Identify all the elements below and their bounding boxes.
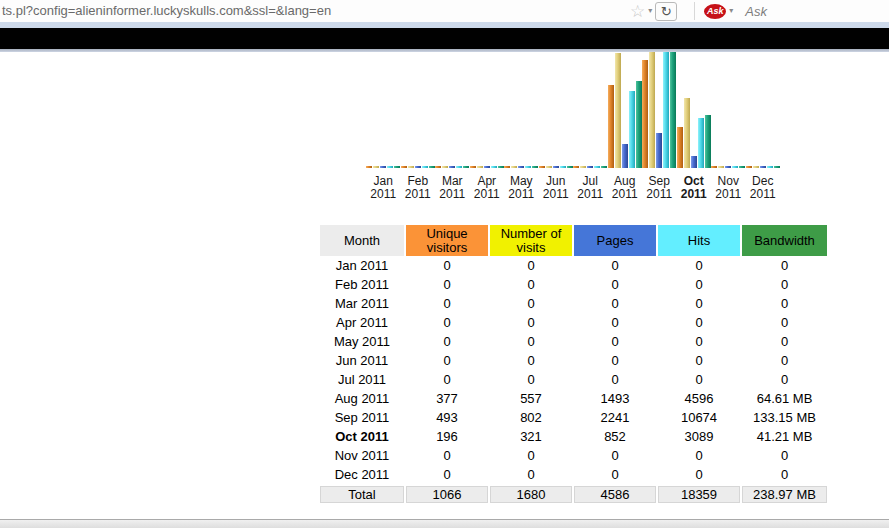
- value-cell: 0: [406, 465, 488, 484]
- black-banner: [0, 28, 889, 49]
- value-cell: 2241: [574, 408, 656, 427]
- favorites-dropdown-icon[interactable]: ▾: [648, 7, 652, 15]
- value-cell: 0: [742, 370, 827, 389]
- bar-group: [366, 52, 400, 168]
- value-cell: 0: [574, 446, 656, 465]
- value-cell: 0: [742, 313, 827, 332]
- bar-unique-visitors: [573, 166, 579, 168]
- value-cell: 0: [406, 446, 488, 465]
- value-cell: 802: [490, 408, 572, 427]
- value-cell: 0: [742, 332, 827, 351]
- value-cell: 1493: [574, 389, 656, 408]
- value-cell: 0: [490, 275, 572, 294]
- total-label-cell: Total: [320, 486, 404, 503]
- chart-month-slot: Sep2011: [642, 52, 677, 201]
- total-value-cell: 238.97 MB: [742, 486, 827, 503]
- value-cell: 0: [406, 370, 488, 389]
- bar-bandwidth-mb-: [601, 166, 607, 168]
- bar-bandwidth-mb-: [739, 166, 745, 168]
- chart-month-slot: Oct2011: [677, 52, 712, 201]
- value-cell: 0: [406, 294, 488, 313]
- column-header-pages: Pages: [574, 225, 656, 256]
- ask-dropdown-icon[interactable]: ▾: [729, 7, 733, 15]
- value-cell: 0: [658, 370, 740, 389]
- bar-unique-visitors: [746, 166, 752, 168]
- favorites-star-icon[interactable]: ☆: [630, 3, 645, 20]
- bar-number-of-visits: [408, 166, 414, 168]
- refresh-button[interactable]: ↻: [655, 2, 677, 21]
- month-cell: Oct 2011: [320, 427, 404, 446]
- bar-hits: [560, 166, 566, 168]
- x-axis-label: May2011: [508, 175, 534, 201]
- bar-group: [608, 52, 642, 168]
- x-axis-label: Mar2011: [439, 175, 465, 201]
- bar-bandwidth-mb-: [463, 166, 469, 168]
- bar-bandwidth-mb-: [532, 166, 538, 168]
- bar-number-of-visits: [477, 166, 483, 168]
- bar-hits: [698, 118, 704, 168]
- bar-group: [573, 52, 607, 168]
- value-cell: 0: [406, 275, 488, 294]
- bar-hits: [456, 166, 462, 168]
- bar-hits: [732, 166, 738, 168]
- url-text[interactable]: ts.pl?config=alieninformer.luckyskulls.c…: [2, 3, 331, 18]
- value-cell: 64.61 MB: [742, 389, 827, 408]
- bar-pages: [587, 166, 593, 168]
- bar-pages: [760, 166, 766, 168]
- x-axis-label: Feb2011: [405, 175, 431, 201]
- value-cell: 0: [406, 313, 488, 332]
- total-value-cell: 1680: [490, 486, 572, 503]
- value-cell: 0: [742, 465, 827, 484]
- chart-month-slot: Jan2011: [366, 52, 401, 201]
- bar-bandwidth-mb-: [636, 81, 642, 168]
- bar-hits: [422, 166, 428, 168]
- value-cell: 0: [742, 256, 827, 275]
- month-cell: Jan 2011: [320, 256, 404, 275]
- value-cell: 0: [742, 351, 827, 370]
- bar-unique-visitors: [677, 127, 683, 168]
- bar-number-of-visits: [649, 52, 655, 168]
- chart-month-slot: Nov2011: [711, 52, 746, 201]
- browser-address-bar: ts.pl?config=alieninformer.luckyskulls.c…: [0, 0, 889, 22]
- bar-pages: [380, 166, 386, 168]
- bar-group: [677, 52, 711, 168]
- value-cell: 0: [658, 332, 740, 351]
- bar-pages: [415, 166, 421, 168]
- value-cell: 0: [406, 332, 488, 351]
- table-header-row: MonthUnique visitorsNumber of visitsPage…: [320, 225, 827, 256]
- ask-search-input[interactable]: Ask: [745, 4, 767, 19]
- value-cell: 377: [406, 389, 488, 408]
- x-axis-label: Oct2011: [681, 175, 707, 201]
- bar-number-of-visits: [546, 166, 552, 168]
- monthly-stats-table: MonthUnique visitorsNumber of visitsPage…: [320, 225, 827, 503]
- value-cell: 0: [574, 294, 656, 313]
- bar-unique-visitors: [366, 166, 372, 168]
- bar-number-of-visits: [718, 166, 724, 168]
- bar-unique-visitors: [539, 166, 545, 168]
- bar-number-of-visits: [615, 53, 621, 168]
- x-axis-label: Apr2011: [474, 175, 500, 201]
- bar-number-of-visits: [684, 98, 690, 168]
- value-cell: 0: [490, 294, 572, 313]
- value-cell: 0: [490, 332, 572, 351]
- value-cell: 4596: [658, 389, 740, 408]
- value-cell: 0: [574, 465, 656, 484]
- value-cell: 493: [406, 408, 488, 427]
- bar-group: [504, 52, 538, 168]
- month-cell: May 2011: [320, 332, 404, 351]
- ask-logo-icon[interactable]: Ask: [704, 4, 726, 19]
- bar-number-of-visits: [580, 166, 586, 168]
- value-cell: 0: [406, 351, 488, 370]
- value-cell: 0: [574, 256, 656, 275]
- bar-group: [746, 52, 780, 168]
- month-cell: Sep 2011: [320, 408, 404, 427]
- chart-month-slot: Mar2011: [435, 52, 470, 201]
- chart-month-slot: May2011: [504, 52, 539, 201]
- bar-number-of-visits: [373, 166, 379, 168]
- value-cell: 0: [574, 351, 656, 370]
- bar-group: [401, 52, 435, 168]
- value-cell: 133.15 MB: [742, 408, 827, 427]
- monthly-history-chart: Jan2011Feb2011Mar2011Apr2011May2011Jun20…: [366, 52, 780, 201]
- bar-hits: [387, 166, 393, 168]
- value-cell: 0: [574, 370, 656, 389]
